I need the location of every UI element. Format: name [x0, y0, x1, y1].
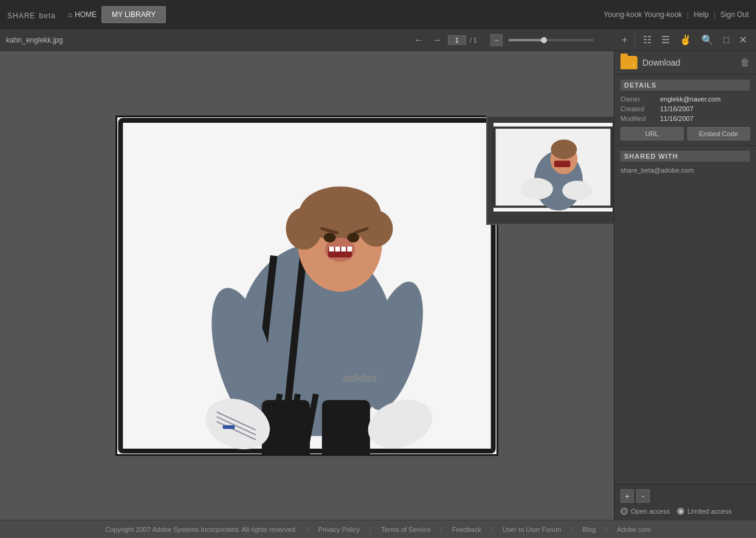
- owner-label: Owner: [620, 95, 660, 103]
- created-value: 11/16/2007: [660, 105, 693, 112]
- grid-view-button[interactable]: ☷: [640, 33, 655, 47]
- zoom-slider-container: [506, 39, 616, 41]
- zoom-controls: + -: [620, 489, 750, 503]
- zoom-in-button[interactable]: +: [619, 33, 630, 47]
- home-icon: ⌂: [68, 10, 72, 19]
- shared-header: SHARED WITH: [620, 151, 750, 162]
- blog-link[interactable]: Blog: [582, 526, 596, 533]
- file-name: kahn_englekk.jpg: [6, 36, 408, 44]
- signout-link[interactable]: Sign Out: [720, 10, 749, 19]
- download-arrow-icon: ↓: [632, 61, 635, 67]
- zoom-minus-small-button[interactable]: -: [636, 489, 650, 503]
- download-section: ↓ Download 🗑: [614, 51, 756, 75]
- my-library-button[interactable]: MY LIBRARY: [101, 6, 166, 23]
- pan-button[interactable]: ✌: [676, 33, 695, 47]
- svg-point-40: [521, 178, 553, 199]
- username: Young-kook Young-kook: [603, 10, 682, 19]
- shared-email: share_beta@adobe.com: [620, 167, 750, 174]
- url-embed-row: URL Embed Code: [620, 127, 750, 140]
- top-navigation: SHARE beta ⌂ HOME MY LIBRARY Young-kook …: [0, 0, 756, 29]
- next-page-button[interactable]: →: [430, 33, 444, 47]
- image-container: adidas: [115, 116, 498, 456]
- svg-point-18: [347, 232, 359, 242]
- page-total: / 1: [470, 36, 477, 44]
- limited-access-option[interactable]: Limited access: [677, 508, 732, 515]
- close-icon: ✕: [739, 34, 747, 46]
- privacy-policy-link[interactable]: Privacy Policy: [318, 526, 360, 533]
- thumbnail-overlay: ▶: [486, 116, 614, 225]
- svg-rect-39: [554, 160, 571, 167]
- home-label: HOME: [75, 10, 97, 19]
- hand-icon: ✌: [679, 34, 692, 46]
- embed-code-button[interactable]: Embed Code: [687, 127, 751, 140]
- limited-access-label: Limited access: [687, 508, 732, 515]
- help-link[interactable]: Help: [693, 10, 709, 19]
- right-panel: ↓ Download 🗑 DETAILS Owner englekk@naver…: [614, 51, 756, 520]
- open-access-radio[interactable]: [620, 508, 628, 515]
- created-row: Created 11/16/2007: [620, 105, 750, 112]
- feedback-link[interactable]: Feedback: [452, 526, 481, 533]
- prev-page-button[interactable]: ←: [411, 33, 426, 47]
- svg-point-38: [551, 139, 577, 159]
- svg-rect-12: [335, 246, 340, 251]
- main-area: adidas: [0, 51, 756, 520]
- logo-share: SHARE: [7, 12, 35, 20]
- svg-rect-13: [341, 246, 346, 251]
- svg-text:adidas: adidas: [343, 372, 377, 384]
- zoom-plus-small-button[interactable]: +: [620, 489, 634, 503]
- footer: Copyright 2007 Adobe Systems Incorporate…: [0, 520, 756, 538]
- app-logo: SHARE beta: [7, 9, 56, 21]
- modified-label: Modified: [620, 115, 660, 122]
- main-image: adidas: [115, 116, 498, 456]
- restore-button[interactable]: □: [720, 33, 732, 47]
- delete-button[interactable]: 🗑: [740, 57, 750, 68]
- svg-point-41: [562, 181, 593, 200]
- details-header: DETAILS: [620, 80, 750, 91]
- modified-value: 11/16/2007: [660, 115, 693, 122]
- open-access-label: Open access: [631, 508, 670, 515]
- download-label: Download: [642, 58, 680, 67]
- user-info: Young-kook Young-kook | Help | Sign Out: [603, 10, 749, 19]
- svg-rect-28: [223, 425, 235, 429]
- zoom-slider[interactable]: [509, 39, 594, 41]
- shared-section: SHARED WITH share_beta@adobe.com: [614, 146, 756, 484]
- access-section: + - Open access Limited access: [614, 484, 756, 520]
- folder-icon: ↓: [620, 56, 637, 69]
- search-button[interactable]: 🔍: [698, 33, 716, 47]
- limited-access-radio[interactable]: [677, 508, 684, 515]
- forum-link[interactable]: User to User Forum: [503, 526, 562, 533]
- copyright-text: Copyright 2007 Adobe Systems Incorporate…: [105, 526, 297, 533]
- open-access-option[interactable]: Open access: [620, 508, 670, 515]
- list-icon: ☰: [661, 34, 670, 46]
- adobe-link[interactable]: Adobe.com: [617, 526, 651, 533]
- close-button[interactable]: ✕: [736, 33, 750, 47]
- access-row: Open access Limited access: [620, 508, 750, 515]
- modified-row: Modified 11/16/2007: [620, 115, 750, 122]
- list-view-button[interactable]: ☰: [658, 33, 673, 47]
- url-button[interactable]: URL: [620, 127, 684, 140]
- details-section: DETAILS Owner englekk@naver.com Created …: [614, 75, 756, 146]
- restore-icon: □: [723, 35, 729, 46]
- owner-value: englekk@naver.com: [660, 95, 721, 103]
- svg-rect-11: [329, 246, 334, 251]
- terms-of-service-link[interactable]: Terms of Service: [381, 526, 431, 533]
- canvas-area: adidas: [0, 51, 614, 520]
- svg-point-7: [286, 207, 321, 249]
- nav-buttons: ⌂ HOME MY LIBRARY: [68, 6, 167, 23]
- goalkeeper-illustration: adidas: [117, 117, 497, 454]
- logo-beta: beta: [39, 12, 55, 20]
- svg-rect-14: [347, 246, 352, 251]
- magnify-icon: 🔍: [701, 34, 713, 46]
- thumbnail-image: [492, 122, 614, 213]
- zoom-out-button[interactable]: −: [490, 34, 503, 46]
- grid-icon: ☷: [643, 34, 651, 46]
- home-button[interactable]: ⌂ HOME: [68, 10, 97, 19]
- created-label: Created: [620, 105, 660, 112]
- svg-rect-22: [322, 399, 370, 454]
- owner-row: Owner englekk@naver.com: [620, 95, 750, 103]
- page-input[interactable]: [448, 35, 466, 45]
- download-button[interactable]: ↓ Download: [620, 56, 680, 69]
- svg-point-17: [324, 232, 336, 242]
- viewer-toolbar: kahn_englekk.jpg ← → / 1 − + ☷ ☰ ✌ 🔍 □ ✕: [0, 29, 756, 51]
